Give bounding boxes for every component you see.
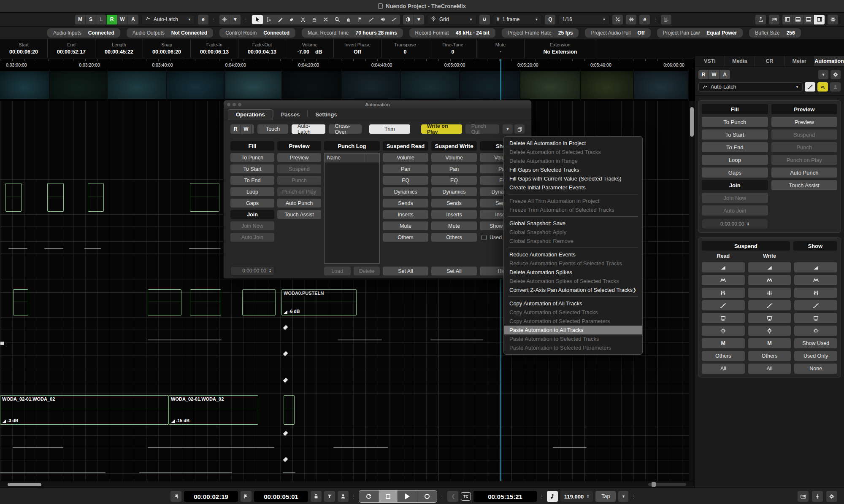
zone-lower-toggle[interactable] [793, 15, 803, 24]
show-used-only-button[interactable]: Used Only [794, 351, 837, 361]
right-gaps-button[interactable]: Gaps [702, 167, 768, 178]
zoom-tool[interactable] [332, 15, 343, 24]
punch-in-button[interactable] [324, 491, 335, 502]
curve-tool[interactable] [389, 15, 400, 24]
line-tool[interactable] [366, 15, 377, 24]
video-thumbnail[interactable] [167, 69, 225, 101]
mute-tool[interactable] [320, 15, 331, 24]
transport-settings-gear-button[interactable] [826, 491, 837, 502]
zone-left-toggle[interactable] [782, 15, 793, 24]
go-to-right-locator-button[interactable] [241, 491, 252, 502]
color-tool-options-button[interactable]: ▼ [414, 15, 424, 24]
range-selection-tool[interactable]: a [263, 15, 274, 24]
info-field-mute[interactable]: Mute- [477, 39, 525, 58]
video-thumbnail[interactable] [342, 69, 401, 101]
write-sends-button[interactable] [748, 313, 791, 323]
menu-item-copy-automation-of-all-tracks[interactable]: Copy Automation of All Tracks [504, 299, 642, 308]
automation-point-marker[interactable] [284, 431, 287, 437]
audio-clip[interactable]: WODA_02-01.WODA_02-3 dB [0, 395, 169, 425]
set-all-button[interactable]: Set All [383, 267, 428, 275]
vertical-scrollbar[interactable] [689, 101, 695, 481]
auto-punch-button[interactable] [338, 491, 349, 502]
menu-item-create-initial-parameter-events[interactable]: Create Initial Parameter Events [504, 183, 642, 192]
color-tool-button[interactable] [403, 15, 414, 24]
right-loop-button[interactable]: Loop [702, 155, 768, 165]
automation-point-marker[interactable] [284, 457, 287, 463]
audio-clip[interactable] [5, 183, 22, 212]
write-all-button[interactable]: All [748, 364, 791, 374]
right-settings-gear-button[interactable] [830, 70, 841, 79]
track-state-r-button[interactable]: R [107, 15, 117, 24]
automation-point-marker[interactable] [284, 325, 287, 331]
functions-menu-button[interactable]: ▼ [503, 124, 513, 134]
snap-button[interactable] [479, 15, 490, 24]
right-auto-punch-button[interactable]: Auto Punch [771, 167, 838, 178]
zone-right-toggle[interactable] [814, 15, 825, 24]
grid-type-combo[interactable]: # 1 frame ▼ [493, 15, 542, 24]
join-button[interactable]: Join [230, 210, 274, 219]
right-preview-button[interactable]: Preview [771, 117, 838, 127]
right-tab-cr[interactable]: CR [755, 56, 785, 66]
video-thumbnail[interactable] [581, 69, 634, 101]
export-button[interactable] [755, 15, 766, 24]
inserts-button[interactable]: Inserts [431, 210, 477, 219]
onscreen-keyboard-button[interactable] [798, 491, 809, 502]
fill-time-stepper[interactable]: 0:00:00:00▲▼ [230, 266, 274, 275]
menu-item-paste-automation-to-all-tracks[interactable]: Paste Automation to All Tracks [504, 326, 642, 334]
info-field-fine-tune[interactable]: Fine-Tune0 [429, 39, 477, 58]
eq-button[interactable]: EQ [383, 176, 428, 185]
info-field-invert-phase[interactable]: Invert PhaseOff [334, 39, 381, 58]
right-automation-r-button[interactable]: R [698, 70, 709, 79]
record-button[interactable] [417, 491, 437, 502]
show-none-button[interactable]: None [794, 364, 837, 374]
pan-button[interactable]: Pan [431, 164, 477, 173]
video-thumbnail[interactable] [401, 69, 460, 101]
tempo-note-button[interactable] [547, 491, 558, 502]
used-checkbox[interactable] [482, 235, 487, 240]
quantize-icon-button[interactable]: Q [545, 15, 555, 24]
video-thumbnail[interactable] [225, 69, 282, 101]
horizontal-scrollbar[interactable] [0, 481, 695, 488]
listen-tool[interactable] [377, 15, 388, 24]
menu-item-reduce-automation-events[interactable]: Reduce Automation Events [504, 250, 642, 259]
info-field-snap[interactable]: Snap00:00:06:20 [143, 39, 191, 58]
menu-item-fill-gaps-on-selected-tracks[interactable]: Fill Gaps on Selected Tracks [504, 165, 642, 174]
right-functions-menu-button[interactable]: ▼ [818, 70, 828, 79]
pre-roll-button[interactable] [447, 491, 458, 502]
right-to-start-button[interactable]: To Start [702, 129, 768, 140]
video-thumbnail[interactable] [108, 69, 167, 101]
right-join-button[interactable]: Join [702, 180, 768, 190]
track-handle[interactable] [0, 342, 4, 345]
show-show-used-button[interactable]: Show Used [794, 338, 837, 348]
others-button[interactable]: Others [431, 233, 477, 242]
show-sends-button[interactable] [794, 313, 837, 323]
others-button[interactable]: Others [383, 233, 428, 242]
show-inserts-button[interactable] [794, 326, 837, 336]
info-field-volume[interactable]: Volume-7.00dB [286, 39, 334, 58]
workspace-button[interactable] [661, 15, 671, 24]
lock-button[interactable] [311, 491, 322, 502]
right-to-end-button[interactable]: To End [702, 142, 768, 152]
info-field-start[interactable]: Start00:00:06:20 [0, 39, 48, 58]
write-m-button[interactable]: M [748, 338, 791, 348]
audio-clip[interactable] [190, 183, 219, 212]
tab-passes[interactable]: Passes [273, 110, 308, 120]
video-thumbnail[interactable] [460, 69, 520, 101]
menu-item-fill-gaps-with-current-value-selected-tr[interactable]: Fill Gaps with Current Value (Selected T… [504, 174, 642, 183]
automation-r-button[interactable]: R [230, 124, 241, 134]
mute-button[interactable]: Mute [431, 221, 477, 230]
write-on-play-mode-button[interactable]: Write on Play [421, 124, 462, 134]
audio-clip[interactable] [148, 289, 181, 315]
touch-mode-button[interactable]: Touch [257, 124, 288, 134]
show-dynamics-button[interactable] [794, 300, 837, 310]
track-state-a-button[interactable]: A [128, 15, 138, 24]
gaps-button[interactable]: Gaps [230, 199, 274, 208]
info-field-length[interactable]: Length00:00:45:22 [95, 39, 143, 58]
info-field-end[interactable]: End00:00:52:17 [48, 39, 95, 58]
automation-a-button[interactable]: A [252, 124, 254, 134]
write-others-button[interactable]: Others [748, 351, 791, 361]
tempo-value[interactable]: 119.000▲▼ [560, 491, 593, 502]
info-field-fade-out[interactable]: Fade-Out00:00:04:13 [238, 39, 286, 58]
right-to-punch-button[interactable]: To Punch [702, 117, 768, 127]
onscreen-keyboard-button[interactable] [769, 15, 779, 24]
